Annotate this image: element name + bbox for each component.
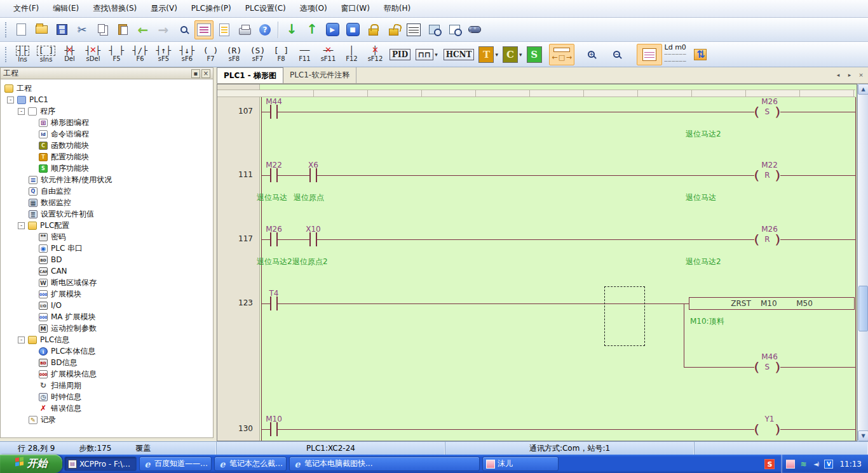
ladder-tool-sF11[interactable]: ──✕sF11 [316,44,340,65]
tree-expander[interactable]: - [18,108,25,115]
undo-button[interactable]: ← [133,20,153,39]
tree-item-0[interactable]: 工程 [1,83,213,94]
tree-item-18[interactable]: 000扩展模块 [1,288,213,300]
taskbar-task-4[interactable]: 沫儿 [482,456,559,471]
tab-scroll-right-icon[interactable]: ▸ [845,70,854,79]
menu-item-3[interactable]: 显示(V) [144,1,184,17]
edit-cursor[interactable] [604,286,645,346]
contact[interactable] [270,296,278,310]
column-width-button[interactable]: ← □ → [549,44,574,65]
tree-item-25[interactable]: 000扩展模块信息 [1,368,213,380]
tree-item-1[interactable]: -PLC1 [1,94,213,105]
tree-item-23[interactable]: iPLC本体信息 [1,345,213,357]
ladder-editor[interactable]: 107 M44 M26 (S) 退位马达2 111 M22 X6 M22 (R) [217,84,857,441]
ladder-tool-sF6[interactable]: ┤↓├sF6 [175,44,199,65]
convert-button[interactable]: ⇅ [689,44,712,65]
contact[interactable] [309,232,317,246]
pulse-button[interactable]: ⊓⊓ ▾ [413,44,441,65]
find-button[interactable] [174,20,193,39]
ladder-tool-F5[interactable]: ┤ ├F5 [105,44,128,65]
contact[interactable] [270,422,278,436]
ladder-tool-Ins[interactable]: ┤├Ins [11,44,34,65]
volume-icon[interactable]: ◄) [811,460,820,469]
copy-button[interactable] [93,20,112,39]
help-button[interactable]: ? [255,20,275,39]
ladder-view-button[interactable] [194,20,214,39]
menu-item-4[interactable]: PLC操作(P) [184,1,238,17]
tree-item-16[interactable]: CANCAN [1,265,213,277]
tree-item-19[interactable]: I/OI/O [1,300,213,311]
serial-config-button[interactable]: o o o [465,20,484,39]
paste-button[interactable] [113,20,132,39]
zoom-out-button[interactable]: − [606,44,628,65]
tree-item-22[interactable]: -PLC信息 [1,334,213,345]
sfc-button[interactable]: S [525,44,544,65]
tree-item-20[interactable]: 000MA 扩展模块 [1,311,213,323]
tab-close-icon[interactable]: × [857,70,865,79]
network-icon[interactable]: ≋ [799,460,808,469]
tree-item-12[interactable]: -PLC配置 [1,220,213,231]
instruction-preview-button[interactable]: Ld m0 ┄┄┄┄┄┄ ┄┄┄┄┄┄ [662,44,689,65]
vertical-scrollbar[interactable]: ▲ ▼ [857,84,868,441]
tree-item-3[interactable]: ⊞梯形图编程 [1,117,213,128]
ladder-tool-sDel[interactable]: ┤ ├✕sDel [81,44,105,65]
taskbar-task-3[interactable]: e笔记本电脑截图快... [289,456,480,471]
cut-button[interactable]: ✂ [72,20,92,39]
open-file-button[interactable] [32,20,51,39]
tree-item-17[interactable]: W断电区域保存 [1,277,213,288]
ladder-tool-F11[interactable]: ──F11 [293,44,316,65]
ladder-tool-F7[interactable]: ( )F7 [199,44,222,65]
tree-item-15[interactable]: BDBD [1,254,213,265]
tree-item-8[interactable]: ≡软元件注释/使用状况 [1,174,213,185]
contact[interactable] [270,105,278,119]
coil[interactable]: (S) [754,361,780,373]
contact[interactable] [309,168,317,182]
coil[interactable]: (R) [754,169,780,182]
menu-item-8[interactable]: 帮助(H) [377,1,417,17]
hcnt-button[interactable]: HCNT [441,44,477,65]
ladder-tool-F8[interactable]: [ ]F8 [269,44,293,65]
tree-item-26[interactable]: ↻扫描周期 [1,380,213,391]
plc-stop-button[interactable]: ■ [343,20,362,39]
menu-item-5[interactable]: PLC设置(C) [238,1,293,17]
ladder-tool-sF8[interactable]: (R)sF8 [222,44,246,65]
messenger-icon[interactable]: V [824,460,833,469]
coil[interactable]: (R) [754,233,780,246]
redo-button[interactable]: → [154,20,173,39]
save-button[interactable] [52,20,71,39]
counter-button[interactable]: C ▾ [501,44,525,65]
contact[interactable] [270,168,278,182]
tree-item-24[interactable]: BDBD信息 [1,357,213,368]
coil[interactable]: (S) [754,105,780,118]
lock-button[interactable] [363,20,383,39]
ladder-tool-sIns[interactable]: [ ]sIns [34,44,58,65]
plc-run-button[interactable]: ▶ [323,20,342,39]
zoom-in-button[interactable]: + [581,44,602,65]
tree-item-27[interactable]: ◷时钟信息 [1,391,213,403]
download-to-plc-button[interactable]: ↓ [282,20,301,39]
tab-comment[interactable]: PLC1-软元件注释 [283,67,356,83]
scrollbar-thumb[interactable] [858,286,868,331]
tree-item-9[interactable]: Q自由监控 [1,185,213,197]
tree-item-4[interactable]: Id命令语编程 [1,128,213,140]
unlock-button[interactable] [384,20,403,39]
monitor-doc-button[interactable] [445,20,464,39]
tree-expander[interactable]: - [18,222,25,229]
tree-expander[interactable]: - [18,336,25,343]
menu-item-7[interactable]: 窗口(W) [334,1,377,17]
timer-button[interactable]: T ▾ [477,44,501,65]
tree-item-7[interactable]: S顺序功能块 [1,163,213,174]
tree-item-2[interactable]: -程序 [1,105,213,117]
toolbar-grip[interactable] [5,47,8,62]
scroll-down-icon[interactable]: ▼ [858,430,868,441]
tree-item-29[interactable]: ✎记录 [1,414,213,425]
taskbar-task-0[interactable]: ▤XCPPro - F:\PLC... [64,456,137,471]
tree-item-28[interactable]: ✗错误信息 [1,403,213,414]
tree-item-21[interactable]: M运动控制参数 [1,323,213,334]
monitor-table-button[interactable] [424,20,444,39]
chevron-down-icon[interactable]: ▾ [519,51,522,58]
close-icon[interactable]: × [201,69,210,78]
ladder-tool-sF12[interactable]: │✕sF12 [363,44,387,65]
menu-item-6[interactable]: 选项(O) [293,1,334,17]
ladder-tool-Del[interactable]: ┤├✕Del [58,44,81,65]
